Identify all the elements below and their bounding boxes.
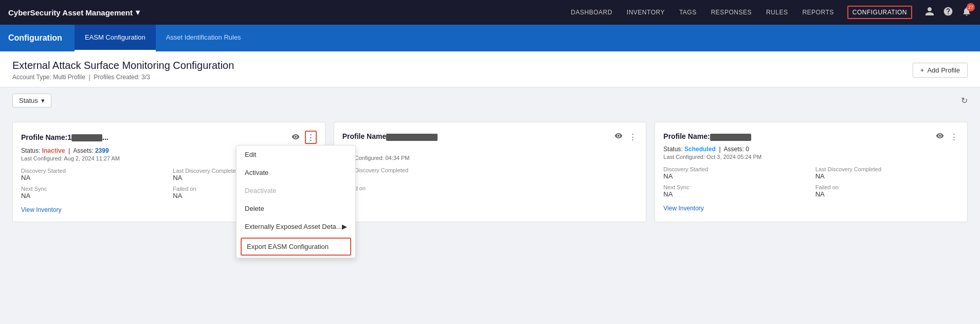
page-header-content: External Attack Surface Monitoring Confi… [12, 60, 234, 81]
nav-links: DASHBOARD INVENTORY TAGS RESPONSES RULES… [570, 6, 912, 19]
card-1-dropdown-menu: Edit Activate Deactivate Delete External… [236, 145, 356, 258]
card-1-status-value: Inactive [42, 147, 65, 154]
card-2-header: Profile Name ⋮ [342, 131, 638, 142]
eye-icon [936, 132, 944, 140]
card-1-stat-0: Discovery Started NA [21, 168, 165, 182]
profile-card-3: Profile Name: ⋮ Status: Scheduled | Asse… [655, 122, 968, 222]
card-3-stat-3: Failed on NA [815, 184, 959, 198]
nav-link-tags[interactable]: TAGS [678, 7, 698, 18]
card-1-view-inventory[interactable]: View Inventory [21, 206, 62, 213]
nav-link-reports[interactable]: REPORTS [801, 7, 834, 18]
app-title[interactable]: CyberSecurity Asset Management ▾ [8, 8, 140, 17]
card-2-stat-2: Failed on NA [342, 185, 486, 199]
nav-link-dashboard[interactable]: DASHBOARD [570, 7, 613, 18]
nav-link-inventory[interactable]: INVENTORY [626, 7, 666, 18]
filter-bar: Status ▾ ↻ [0, 87, 980, 114]
eye-icon [292, 133, 300, 141]
app-title-chevron-icon: ▾ [136, 8, 140, 17]
card-1-icons: ⋮ [291, 131, 317, 144]
card-1-stat-2: Next Sync NA [21, 186, 165, 200]
card-2-stat-3 [494, 185, 638, 199]
card-3-icons: ⋮ [935, 131, 959, 142]
card-3-view-button[interactable] [935, 131, 945, 142]
card-3-stat-1: Last Discovery Completed NA [815, 166, 959, 180]
card-3-stats: Discovery Started NA Last Discovery Comp… [663, 166, 959, 198]
menu-item-exposed-assets[interactable]: Externally Exposed Asset Deta... ▶ [237, 218, 355, 236]
top-navigation: CyberSecurity Asset Management ▾ DASHBOA… [0, 0, 980, 25]
eye-icon [614, 132, 623, 140]
sub-nav-tabs: EASM Configuration Asset Identification … [75, 25, 251, 51]
nav-link-rules[interactable]: RULES [765, 7, 789, 18]
card-3-title: Profile Name: [663, 132, 751, 140]
page-header: External Attack Surface Monitoring Confi… [0, 51, 980, 87]
card-3-stat-0: Discovery Started NA [663, 166, 807, 180]
profile-card-1: Profile Name:1 ... ⋮ Status: Inactive | … [12, 122, 325, 222]
menu-item-activate[interactable]: Activate [237, 164, 355, 182]
status-filter-label: Status [19, 97, 38, 104]
card-2-stat-1 [494, 167, 638, 181]
card-2-icons: ⋮ [613, 131, 638, 142]
account-type-label: Account Type: Multi Profile [12, 74, 85, 81]
page-subtitle: Account Type: Multi Profile | Profiles C… [12, 74, 234, 81]
card-1-view-button[interactable] [291, 132, 301, 143]
menu-item-deactivate: Deactivate [237, 182, 355, 200]
card-2-title: Profile Name [342, 132, 438, 140]
card-2-stat-0: Last Discovery Completed NA [342, 167, 486, 181]
card-3-status-value: Scheduled [684, 146, 716, 153]
cards-area: Profile Name:1 ... ⋮ Status: Inactive | … [0, 114, 980, 319]
card-3-last-configured: Last Configured: Oct 3, 2024 05:24 PM [663, 154, 959, 160]
card-2-last-configured: Last Configured: 04:34 PM [342, 155, 638, 161]
menu-item-export-easm[interactable]: Export EASM Configuration [241, 238, 351, 256]
profiles-created-label: Profiles Created: 3/3 [94, 74, 150, 81]
card-2-stats: Last Discovery Completed NA Failed on NA [342, 167, 638, 199]
nav-link-responses[interactable]: RESPONSES [710, 7, 753, 18]
card-3-stat-2: Next Sync NA [663, 184, 807, 198]
card-3-header: Profile Name: ⋮ [663, 131, 959, 142]
status-chevron-icon: ▾ [41, 97, 45, 104]
nav-icons: 27 [924, 6, 972, 19]
nav-link-configuration[interactable]: CONFIGURATION [847, 6, 912, 19]
page-title: External Attack Surface Monitoring Confi… [12, 60, 234, 71]
card-3-menu-button[interactable]: ⋮ [949, 131, 959, 142]
app-title-text: CyberSecurity Asset Management [8, 8, 133, 17]
profile-card-2: Profile Name ⋮ Last Configured: 04:34 PM… [334, 122, 647, 222]
card-2-menu-button[interactable]: ⋮ [628, 131, 638, 142]
arrow-icon: ▶ [342, 223, 347, 230]
sub-nav-title: Configuration [8, 33, 62, 43]
cards-grid: Profile Name:1 ... ⋮ Status: Inactive | … [12, 122, 968, 222]
refresh-button[interactable]: ↻ [961, 96, 968, 105]
menu-item-delete[interactable]: Delete [237, 200, 355, 218]
card-2-view-button[interactable] [613, 131, 624, 142]
card-1-title: Profile Name:1 ... [21, 133, 108, 141]
add-profile-button[interactable]: + Add Profile [913, 63, 968, 78]
user-icon-button[interactable] [924, 6, 935, 19]
card-1-header: Profile Name:1 ... ⋮ [21, 131, 317, 144]
help-icon-button[interactable] [943, 6, 953, 19]
status-dropdown[interactable]: Status ▾ [12, 94, 51, 107]
user-icon [924, 6, 935, 16]
sub-navigation: Configuration EASM Configuration Asset I… [0, 25, 980, 51]
card-3-view-inventory[interactable]: View Inventory [663, 205, 704, 212]
tab-asset-identification-rules[interactable]: Asset Identification Rules [156, 25, 251, 51]
tab-easm-configuration[interactable]: EASM Configuration [75, 25, 156, 51]
card-1-menu-button[interactable]: ⋮ [305, 131, 317, 144]
notifications-icon-button[interactable]: 27 [961, 6, 972, 19]
card-3-status: Status: Scheduled | Assets: 0 [663, 146, 959, 153]
notification-badge: 27 [967, 3, 975, 11]
help-icon [943, 6, 953, 16]
menu-item-edit[interactable]: Edit [237, 146, 355, 164]
